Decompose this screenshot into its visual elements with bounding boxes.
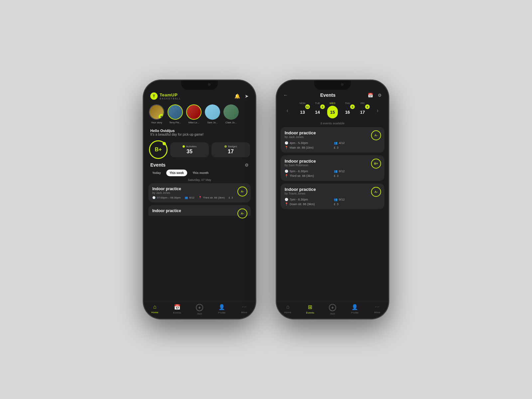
greeting-section: Hello Ovidijus It's a beautiful day for …: [144, 127, 255, 138]
badges-value: 17: [228, 149, 234, 155]
story-1[interactable]: Terry Pie...: [168, 104, 183, 124]
event-grade-1: A-: [237, 187, 247, 197]
event-by-1: by Jack Jones: [152, 191, 247, 195]
filter-icon-right[interactable]: ⚙: [378, 93, 382, 98]
event-location-1: 📍 Third str. 88 (3km): [199, 196, 225, 199]
right-event-card-3[interactable]: A- Indoor practice by Travis Jones 🕐 7pm…: [281, 184, 384, 209]
cal-day-mon[interactable]: MON 13 11: [297, 102, 309, 118]
filter-icon[interactable]: ⚙: [245, 163, 249, 168]
pin-icon-r1: 📍: [285, 146, 288, 149]
events-section-header: Events ⚙: [144, 162, 255, 170]
logo-icon: T: [150, 92, 158, 100]
home-icon: ⌂: [153, 304, 157, 310]
people-icon-1: 👥: [185, 196, 188, 199]
send-icon[interactable]: ➤: [245, 93, 249, 99]
right-nav-home[interactable]: ⌂ Home: [277, 304, 299, 315]
add-story-btn[interactable]: +: [159, 114, 164, 119]
nav-events-label: Events: [173, 311, 181, 314]
right-add-icon: +: [329, 304, 336, 311]
greeting-sub: It's a beautiful day for pick-up game!: [150, 133, 249, 136]
bottom-nav-left: ⌂ Home 📅 Events + Add 👤 Profile ··· More: [144, 301, 255, 319]
right-event-location-1: 📍 Main str. 88 (1km): [285, 146, 331, 149]
tab-today[interactable]: Today: [149, 170, 164, 176]
clock-icon-1: 🕐: [152, 196, 156, 199]
pin-icon-1: 📍: [199, 196, 202, 199]
cal-day-tue[interactable]: TUE 14 2: [312, 102, 324, 118]
badges-label: Badges: [228, 145, 237, 148]
right-profile-icon: 👤: [351, 304, 358, 310]
right-more-icon: ···: [375, 304, 379, 310]
event-capacity-1: 👥 6/12: [185, 196, 195, 199]
cal-day-fri[interactable]: FRI 17 6: [356, 102, 368, 118]
tab-this-month[interactable]: This month: [189, 170, 212, 176]
events-header-right: ← Events 📅 ⚙: [277, 91, 388, 100]
right-nav-profile[interactable]: 👤 Profile: [344, 304, 366, 315]
story-3[interactable]: Sam Jo...: [205, 104, 220, 124]
right-nav-add[interactable]: + Add: [321, 304, 343, 315]
event-name-1: Indoor practice: [152, 187, 247, 191]
events-icon: 📅: [174, 304, 181, 310]
grade-value: B+: [155, 147, 162, 153]
bottom-nav-right: ⌂ Home ⊞ Events + Add 👤 Profile ··· More: [277, 301, 388, 319]
story-label-3: Sam Jo...: [207, 121, 218, 124]
nav-home[interactable]: ⌂ Home: [144, 304, 166, 315]
right-event-name-1: Indoor practice: [285, 130, 380, 135]
more-icon: ···: [242, 304, 246, 310]
right-nav-events-label: Events: [306, 311, 314, 314]
right-event-name-2: Indoor practice: [285, 159, 380, 164]
cal-day-thu[interactable]: THU 16 3: [341, 102, 353, 118]
app-subtitle: BASKETBALL: [160, 97, 181, 100]
price-icon-r3: £: [334, 202, 335, 206]
right-event-time-1: 🕐 4pm - 5.30pm: [285, 141, 331, 145]
nav-add[interactable]: + Add: [188, 304, 210, 315]
event-card-2-partial[interactable]: A- Indoor practice: [148, 205, 251, 216]
event-price-1: £ 3: [229, 196, 233, 199]
people-icon-r3: 👥: [334, 198, 337, 201]
badges-card: Badges 17: [211, 142, 250, 157]
bell-icon[interactable]: 🔔: [234, 93, 240, 99]
right-event-time-2: 🕐 5pm - 6.30pm: [285, 170, 331, 173]
nav-more[interactable]: ··· More: [233, 304, 255, 315]
nav-profile[interactable]: 👤 Profile: [211, 304, 233, 315]
event-card-1[interactable]: A- Indoor practice by Jack Jones 🕐 07:00…: [148, 183, 251, 202]
cal-day-next: ›: [371, 103, 383, 117]
right-event-location-3: 📍 Down str. 88 (9km): [285, 202, 331, 206]
price-icon-r2: £: [334, 174, 335, 178]
right-nav-more[interactable]: ··· More: [366, 304, 388, 315]
right-event-by-1: by Jack Jones: [285, 135, 380, 139]
story-label-2: Mike Le...: [189, 121, 200, 124]
story-4[interactable]: Clark Jo...: [223, 104, 239, 124]
page-title-right: Events: [320, 92, 335, 98]
right-event-capacity-2: 👥 6/12: [334, 170, 380, 173]
right-event-card-1[interactable]: A- Indoor practice by Jack Jones 🕐 4pm -…: [281, 127, 384, 153]
add-icon: +: [196, 304, 203, 311]
right-nav-events[interactable]: ⊞ Events: [299, 304, 321, 315]
right-nav-more-label: More: [374, 311, 380, 314]
right-event-price-3: £ 3: [334, 202, 380, 206]
story-2[interactable]: Mike Le...: [186, 104, 201, 124]
back-button[interactable]: ←: [283, 92, 288, 98]
clock-icon-r1: 🕐: [285, 141, 288, 145]
app-header: T TeamUP BASKETBALL 🔔 ➤: [144, 91, 255, 102]
stats-row: B+ Activities 35 Badges 17: [144, 138, 255, 162]
right-event-name-3: Indoor practice: [285, 187, 380, 192]
story-your[interactable]: + Your story: [149, 104, 164, 124]
right-event-grade-2: B+: [371, 159, 381, 169]
activities-value: 35: [187, 149, 193, 155]
people-icon-r1: 👥: [334, 141, 337, 145]
cal-day-wed[interactable]: WED 15: [327, 102, 338, 118]
profile-icon: 👤: [218, 304, 225, 310]
date-label: Saturday, 07 May: [144, 178, 255, 182]
calendar-icon-right[interactable]: 📅: [368, 93, 373, 98]
tab-this-week[interactable]: This week: [166, 170, 187, 176]
events-title: Events: [150, 162, 166, 168]
nav-profile-label: Profile: [218, 311, 226, 314]
price-icon-r1: £: [334, 146, 335, 149]
notch-left: [181, 80, 218, 90]
nav-more-label: More: [241, 311, 247, 314]
pin-icon-r2: 📍: [285, 174, 288, 178]
right-event-card-2[interactable]: B+ Indoor practice by Sam Robinson 🕐 5pm…: [281, 155, 384, 181]
right-event-grade-1: A-: [371, 130, 381, 140]
nav-events[interactable]: 📅 Events: [166, 304, 188, 315]
event-time-1: 🕐 07:00pm – 08:30pm: [152, 196, 181, 199]
